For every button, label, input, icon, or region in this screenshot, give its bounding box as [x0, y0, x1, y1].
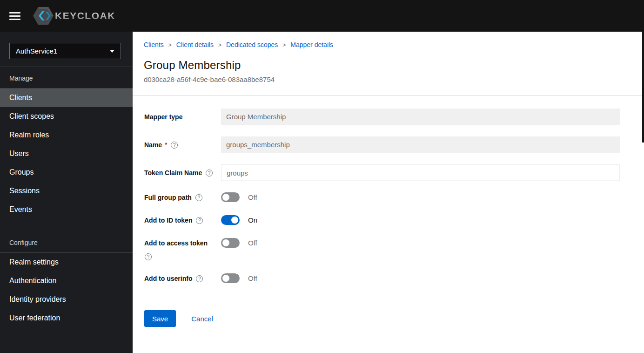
save-button[interactable]: Save [144, 310, 176, 327]
keycloak-logo: KEYCLOAK [33, 7, 115, 25]
sidebar-item-user-federation[interactable]: User federation [0, 309, 133, 327]
token-claim-name-help-icon[interactable]: ? [206, 170, 213, 176]
switch-knob [222, 275, 229, 282]
breadcrumb-separator-icon: > [282, 41, 286, 48]
sidebar-item-label: Sessions [9, 187, 40, 195]
breadcrumb-current: Mapper details [290, 41, 333, 48]
sidebar-item-users[interactable]: Users [0, 144, 133, 163]
sidebar-item-label: Authentication [9, 277, 56, 285]
nav-section-manage: Manage ClientsClient scopesRealm rolesUs… [0, 67, 133, 219]
token-claim-name-label: Token Claim Name [144, 169, 202, 176]
realm-selector[interactable]: AuthService1 [9, 43, 121, 59]
sidebar-item-label: Identity providers [9, 295, 66, 303]
content: Clients > Client details > Dedicated sco… [133, 0, 644, 353]
add-to-id-token-label: Add to ID token [144, 217, 192, 224]
nav-section-configure: Configure Realm settingsAuthenticationId… [0, 231, 133, 327]
name-label: Name [144, 141, 162, 149]
add-to-access-token-help-icon[interactable]: ? [145, 253, 152, 260]
page-header: Clients > Client details > Dedicated sco… [133, 32, 644, 95]
breadcrumb-item-client-details: > Client details [164, 41, 214, 48]
breadcrumb: Clients > Client details > Dedicated sco… [144, 41, 633, 48]
breadcrumb-link-client-details[interactable]: Client details [176, 41, 214, 48]
masthead: KEYCLOAK [0, 0, 644, 32]
add-to-userinfo-help-icon[interactable]: ? [196, 275, 203, 282]
menu-toggle-button[interactable] [9, 12, 20, 20]
keycloak-logo-icon [33, 7, 54, 25]
page-title: Group Membership [144, 59, 633, 72]
sidebar-item-identity-providers[interactable]: Identity providers [0, 290, 133, 309]
form-row-full-group-path: Full group path ? Off [144, 192, 620, 202]
full-group-path-state-label: Off [248, 193, 257, 201]
form-row-mapper-type: Mapper type [144, 109, 620, 125]
add-to-id-token-help-icon[interactable]: ? [196, 217, 203, 224]
sidebar-item-label: User federation [9, 314, 60, 322]
sidebar-item-groups[interactable]: Groups [0, 163, 133, 182]
hamburger-icon [9, 12, 20, 14]
sidebar-item-sessions[interactable]: Sessions [0, 182, 133, 200]
add-to-userinfo-switch[interactable] [221, 273, 240, 283]
breadcrumb-link-dedicated-scopes[interactable]: Dedicated scopes [226, 41, 278, 48]
form-rows: Mapper type Name * ? Token Claim Name ? [144, 109, 620, 283]
nav-section-title-manage: Manage [0, 67, 133, 88]
caret-down-icon [110, 50, 114, 53]
cancel-link[interactable]: Cancel [191, 315, 213, 323]
add-to-access-token-state-label: Off [248, 239, 257, 247]
sidebar-item-label: Clients [9, 94, 32, 102]
add-to-access-token-switch[interactable] [221, 238, 240, 248]
switch-knob [222, 239, 229, 246]
sidebar-item-label: Groups [9, 168, 34, 176]
breadcrumb-link-clients[interactable]: Clients [144, 41, 164, 48]
switch-knob [222, 194, 229, 201]
sidebar-item-clients[interactable]: Clients [0, 88, 133, 107]
sidebar-item-label: Users [9, 149, 29, 157]
form-row-add-to-userinfo: Add to userinfo ? Off [144, 273, 620, 283]
sidebar-item-events[interactable]: Events [0, 200, 133, 219]
breadcrumb-separator-icon: > [218, 41, 221, 48]
sidebar-item-label: Events [9, 205, 32, 213]
name-help-icon[interactable]: ? [171, 142, 178, 149]
full-group-path-switch[interactable] [221, 192, 240, 202]
form-actions: Save Cancel [144, 310, 620, 327]
sidebar: AuthService1 Manage ClientsClient scopes… [0, 32, 133, 353]
breadcrumb-item-dedicated-scopes: > Dedicated scopes [214, 41, 278, 48]
nav-section-title-configure: Configure [0, 231, 133, 253]
add-to-access-token-label: Add to access token [144, 239, 208, 247]
sidebar-item-realm-settings[interactable]: Realm settings [0, 253, 133, 272]
add-to-userinfo-label: Add to userinfo [144, 275, 192, 282]
name-input[interactable] [221, 136, 620, 153]
mapper-type-label: Mapper type [144, 113, 182, 121]
add-to-userinfo-state-label: Off [248, 274, 257, 282]
mapper-type-input[interactable] [221, 109, 620, 125]
breadcrumb-separator-icon: > [168, 41, 172, 48]
brand-text: KEYCLOAK [55, 10, 115, 21]
mapper-form: Mapper type Name * ? Token Claim Name ? [133, 95, 644, 327]
full-group-path-help-icon[interactable]: ? [195, 194, 202, 201]
sidebar-item-client-scopes[interactable]: Client scopes [0, 107, 133, 126]
realm-selector-section: AuthService1 [0, 32, 133, 67]
full-group-path-label: Full group path [144, 194, 192, 201]
add-to-id-token-state-label: On [248, 216, 257, 224]
sidebar-nav: Manage ClientsClient scopesRealm rolesUs… [0, 67, 133, 327]
sidebar-item-realm-roles[interactable]: Realm roles [0, 126, 133, 144]
form-row-name: Name * ? [144, 136, 620, 153]
required-indicator: * [165, 141, 167, 148]
form-row-token-claim-name: Token Claim Name ? [144, 164, 620, 181]
form-row-add-to-access-token: Add to access token ? Off [144, 238, 620, 260]
form-row-add-to-id-token: Add to ID token ? On [144, 215, 620, 225]
sidebar-item-label: Realm settings [9, 258, 59, 266]
page-subtitle: d030ca28-a56f-4c9e-bae6-083aa8be8754 [144, 75, 633, 95]
sidebar-item-label: Client scopes [9, 112, 54, 120]
realm-selector-value: AuthService1 [16, 47, 57, 55]
sidebar-item-authentication[interactable]: Authentication [0, 272, 133, 290]
sidebar-item-label: Realm roles [9, 131, 49, 139]
token-claim-name-input[interactable] [221, 164, 620, 181]
add-to-id-token-switch[interactable] [221, 215, 240, 225]
breadcrumb-item-mapper-details: > Mapper details [278, 41, 333, 48]
scrollbar-thumb[interactable] [642, 32, 644, 143]
switch-knob [231, 217, 238, 224]
breadcrumb-item-clients: Clients [144, 41, 164, 48]
